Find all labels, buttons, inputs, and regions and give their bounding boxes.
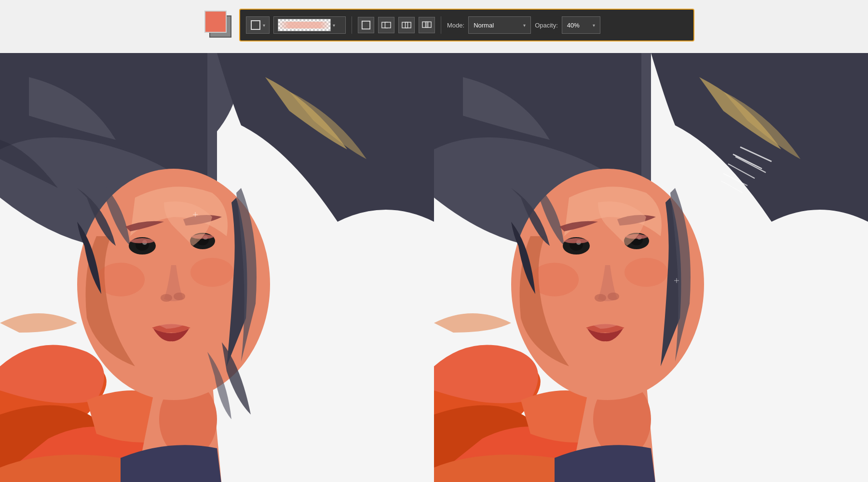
svg-rect-3 — [385, 22, 391, 28]
svg-rect-8 — [426, 22, 428, 27]
mode-dropdown[interactable]: Normal ▾ — [468, 16, 531, 34]
svg-rect-4 — [402, 22, 408, 28]
opacity-label: Opacity: — [535, 22, 558, 29]
divider-1 — [352, 16, 352, 34]
opacity-chevron: ▾ — [593, 23, 595, 28]
mode-label: Mode: — [447, 22, 464, 29]
opacity-value: 40% — [567, 22, 580, 29]
foreground-color-swatch[interactable] — [204, 11, 227, 33]
svg-point-21 — [96, 263, 145, 296]
right-artwork-panel[interactable] — [434, 53, 868, 482]
svg-point-41 — [624, 258, 668, 287]
mode-chevron: ▾ — [523, 23, 526, 28]
canvas-area — [0, 53, 868, 482]
right-painting — [434, 53, 868, 482]
color-swatches[interactable] — [203, 9, 235, 41]
svg-rect-1 — [362, 21, 370, 29]
left-artwork-panel[interactable] — [0, 53, 434, 482]
stroke-type-chevron: ▾ — [263, 23, 265, 28]
svg-point-20 — [174, 293, 185, 300]
stroke-type-button[interactable]: ▾ — [246, 16, 270, 34]
svg-point-19 — [161, 294, 172, 302]
left-painting — [0, 53, 434, 482]
brush-chevron: ▾ — [333, 23, 335, 28]
intersect-selection-button[interactable] — [419, 17, 435, 33]
mode-value: Normal — [474, 22, 494, 29]
subtract-selection-button[interactable] — [398, 17, 415, 33]
add-selection-button[interactable] — [378, 17, 394, 33]
svg-point-38 — [595, 294, 606, 302]
svg-rect-0 — [251, 21, 260, 29]
opacity-dropdown[interactable]: 40% ▾ — [562, 16, 600, 34]
svg-point-39 — [608, 293, 619, 300]
divider-2 — [441, 16, 441, 34]
brush-preview-button[interactable]: ▾ — [273, 16, 346, 34]
svg-point-22 — [190, 258, 234, 287]
svg-point-40 — [530, 263, 579, 296]
new-selection-button[interactable] — [358, 17, 374, 33]
options-bar: ▾ ▾ Mode: N — [239, 9, 694, 41]
brush-thumbnail — [278, 19, 331, 31]
